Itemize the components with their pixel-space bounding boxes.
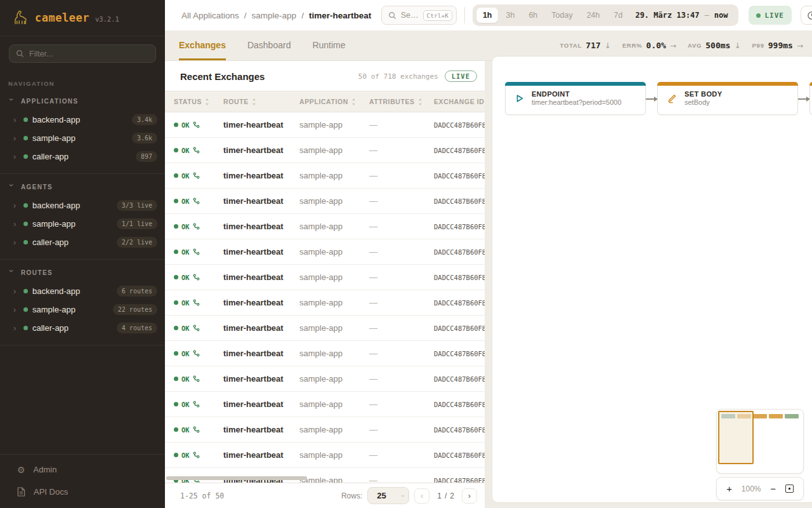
clock-button[interactable]: [801, 6, 812, 25]
sidebar-item-application[interactable]: › sample-app 3.6k: [0, 129, 165, 147]
time-display[interactable]: 29. März 13:47 – now: [635, 11, 728, 20]
table-row[interactable]: OK timer-heartbeat sample-app — DADCC487…: [165, 443, 485, 468]
flow-node-partial[interactable]: [809, 82, 812, 115]
status-dot: [23, 136, 28, 140]
sidebar-item-agent[interactable]: › backend-app 3/3 live: [0, 196, 165, 215]
count-badge: 897: [136, 151, 157, 162]
global-search-input[interactable]: Se… Ctrl+K: [381, 6, 457, 25]
table-row[interactable]: OK timer-heartbeat sample-app — DADCC487…: [165, 239, 485, 265]
navigation-label: NAVIGATION: [8, 80, 165, 87]
zoom-out-button[interactable]: −: [770, 484, 776, 493]
column-header[interactable]: STATUS: [174, 98, 223, 105]
ok-dot: [174, 224, 178, 229]
ok-dot: [174, 427, 178, 432]
zoom-in-button[interactable]: +: [726, 484, 732, 493]
table-row[interactable]: OK timer-heartbeat sample-app — DADCC487…: [165, 138, 485, 163]
sort-icon: [252, 98, 256, 105]
status-cell: OK: [174, 197, 223, 205]
fit-view-icon[interactable]: [785, 485, 794, 493]
flow-node-set-body[interactable]: SET BODY setBody: [657, 82, 798, 115]
status-cell: OK: [174, 451, 223, 459]
ok-dot: [174, 453, 178, 457]
table-body: OK timer-heartbeat sample-app — DADCC487…: [165, 112, 485, 483]
trace-icon: [193, 324, 200, 331]
count-badge: 3.4k: [132, 114, 157, 125]
table-row[interactable]: OK timer-heartbeat sample-app — DADCC487…: [165, 290, 485, 316]
horizontal-scrollbar[interactable]: [166, 476, 307, 480]
minimap-node-bar: [753, 414, 767, 418]
flow-edge-arrow: [798, 98, 809, 100]
keyboard-shortcut-badge: Ctrl+K: [423, 10, 452, 21]
time-range-button[interactable]: 3h: [499, 8, 521, 23]
status-cell: OK: [174, 299, 223, 307]
sidebar-item-api-docs[interactable]: API Docs: [0, 481, 165, 503]
time-range-button[interactable]: 6h: [522, 8, 544, 23]
status-cell: OK: [174, 274, 223, 281]
sort-icon: [418, 98, 422, 105]
sidebar-item-admin[interactable]: ⚙ Admin: [0, 458, 165, 481]
count-badge: 3.6k: [132, 133, 157, 144]
sidebar-item-route[interactable]: › sample-app 22 routes: [0, 300, 165, 319]
table-row[interactable]: OK timer-heartbeat sample-app — DADCC487…: [165, 163, 485, 189]
table-row[interactable]: OK timer-heartbeat sample-app — DADCC487…: [165, 366, 485, 392]
sidebar-item-agent[interactable]: › sample-app 1/1 live: [0, 215, 165, 233]
section-header-routes[interactable]: › ROUTES: [0, 262, 165, 282]
chevron-down-icon: ›: [400, 495, 406, 497]
trace-icon: [193, 375, 200, 382]
chevron-right-icon: ›: [13, 323, 23, 333]
sidebar-item-route[interactable]: › caller-app 4 routes: [0, 319, 165, 337]
table-row[interactable]: OK timer-heartbeat sample-app — DADCC487…: [165, 392, 485, 417]
status-cell: OK: [174, 324, 223, 332]
flow-node-endpoint[interactable]: ENDPOINT timer:heartbeat?period=5000: [505, 82, 646, 115]
sidebar-item-route[interactable]: › backend-app 6 routes: [0, 282, 165, 300]
column-header[interactable]: APPLICATION: [299, 98, 369, 105]
next-page-button[interactable]: ›: [462, 488, 477, 504]
section-routes: › ROUTES › backend-app 6 routes › sample…: [0, 262, 165, 337]
tab[interactable]: Runtime: [312, 30, 345, 60]
previous-page-button[interactable]: ‹: [414, 488, 429, 504]
table-row[interactable]: OK timer-heartbeat sample-app — DADCC487…: [165, 265, 485, 290]
time-range-button[interactable]: 1h: [476, 8, 499, 23]
table-row[interactable]: OK timer-heartbeat sample-app — DADCC487…: [165, 189, 485, 214]
ok-dot: [174, 275, 178, 279]
trace-icon: [193, 274, 200, 281]
chevron-right-icon: ›: [13, 201, 23, 210]
sidebar-item-application[interactable]: › backend-app 3.4k: [0, 110, 165, 129]
trace-icon: [193, 401, 200, 408]
time-range-button[interactable]: Today: [545, 8, 579, 23]
tabs: Exchanges Dashboard Runtime: [179, 30, 346, 60]
status-dot: [23, 326, 28, 330]
live-indicator[interactable]: LIVE: [749, 6, 792, 25]
table-row[interactable]: OK timer-heartbeat sample-app — DADCC487…: [165, 417, 485, 443]
pagination-range: 1-25 of 50: [180, 491, 224, 500]
table-row[interactable]: OK timer-heartbeat sample-app — DADCC487…: [165, 341, 485, 366]
divider: [0, 173, 165, 174]
time-range-button[interactable]: 7d: [608, 8, 629, 23]
chevron-right-icon: ›: [13, 286, 23, 296]
breadcrumb-sample-app[interactable]: sample-app: [252, 11, 297, 20]
column-header[interactable]: ROUTE: [223, 98, 299, 105]
rows-per-page-select[interactable]: 25 ›: [367, 487, 409, 504]
table-row[interactable]: OK timer-heartbeat sample-app — DADCC487…: [165, 316, 485, 341]
trace-icon: [193, 197, 200, 204]
status-cell: OK: [174, 121, 223, 129]
sidebar-filter-input[interactable]: Filter...: [9, 44, 156, 63]
time-range-button[interactable]: 24h: [580, 8, 606, 23]
table-row[interactable]: OK timer-heartbeat sample-app — DADCC487…: [165, 468, 485, 483]
column-header[interactable]: EXCHANGE ID: [434, 98, 485, 105]
breadcrumb-all-applications[interactable]: All Applications: [181, 11, 239, 20]
minimap-viewport[interactable]: [718, 411, 754, 464]
table-row[interactable]: OK timer-heartbeat sample-app — DADCC487…: [165, 214, 485, 239]
table-row[interactable]: OK timer-heartbeat sample-app — DADCC487…: [165, 112, 485, 138]
tab[interactable]: Dashboard: [247, 30, 291, 60]
section-header-agents[interactable]: › AGENTS: [0, 177, 165, 196]
status-dot: [23, 289, 28, 293]
trace-icon: [193, 451, 200, 458]
live-dot: [756, 13, 761, 18]
sidebar-item-application[interactable]: › caller-app 897: [0, 147, 165, 166]
minimap[interactable]: [716, 409, 804, 474]
section-header-applications[interactable]: › APPLICATIONS: [0, 91, 165, 110]
sidebar-item-agent[interactable]: › caller-app 2/2 live: [0, 233, 165, 251]
tab[interactable]: Exchanges: [179, 30, 226, 60]
column-header[interactable]: ATTRIBUTES: [369, 98, 434, 105]
